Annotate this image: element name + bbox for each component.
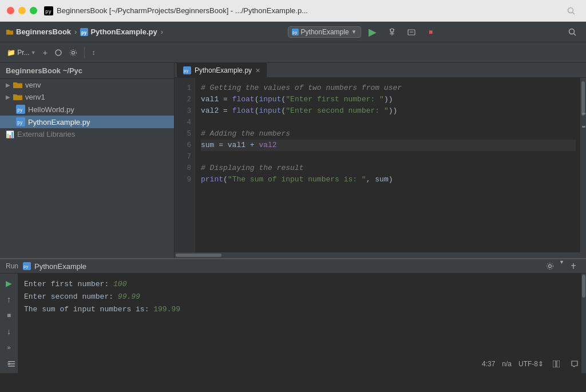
run-panel-header: Run py PythonExample ▼ <box>0 259 586 274</box>
stop-button[interactable]: ■ <box>423 24 439 40</box>
svg-rect-35 <box>553 361 556 367</box>
tab-python-icon: py <box>183 66 191 74</box>
folder-icon-venv1 <box>13 93 22 101</box>
svg-text:py: py <box>23 264 28 269</box>
console-result-3: The sum of input numbers is: <box>24 305 153 314</box>
svg-line-17 <box>574 33 576 35</box>
ext-libs-label: External Libraries <box>17 130 75 138</box>
close-button[interactable] <box>7 7 14 14</box>
run-button[interactable]: ▶ <box>365 24 381 40</box>
maximize-button[interactable] <box>30 7 37 14</box>
console-value-1: 100 <box>113 280 126 288</box>
console-stop-button[interactable]: ■ <box>3 309 15 322</box>
svg-text:py: py <box>184 69 188 73</box>
encoding-info[interactable]: UTF-8⇕ <box>518 360 544 368</box>
chart-icon: 📊 <box>6 130 14 138</box>
tab-bar: py PythonExample.py ✕ <box>175 63 586 78</box>
toolbar: 📁 Pr... ▼ + ↕ <box>0 42 586 63</box>
search-button[interactable] <box>563 3 579 19</box>
sidebar-item-pythonexample[interactable]: py PythonExample.py <box>0 116 174 128</box>
run-settings-btn[interactable] <box>543 259 557 273</box>
breadcrumb-sep1: › <box>74 27 77 36</box>
run-config-select[interactable]: py PythonExample ▼ <box>288 26 361 38</box>
console-value-2: 99.99 <box>118 292 140 301</box>
folder-icon <box>6 28 14 36</box>
editor-scrollbar[interactable] <box>580 78 586 252</box>
code-line-8: # Displaying the result <box>201 163 576 174</box>
editor-area: py PythonExample.py ✕ 1 2 3 4 5 6 7 8 9 … <box>175 63 586 258</box>
svg-point-16 <box>569 29 575 34</box>
svg-point-29 <box>547 263 553 270</box>
layout-btn[interactable]: ↕ <box>89 47 97 58</box>
console-expand-button[interactable]: » <box>3 341 15 354</box>
console-line-3: The sum of input numbers is: 199.99 <box>24 303 576 316</box>
run-pin-btn[interactable] <box>567 259 580 273</box>
add-btn[interactable]: + <box>41 46 50 58</box>
svg-rect-33 <box>8 363 15 365</box>
sidebar-header: BeginnersBook ~/Pyc <box>0 63 174 79</box>
arrow-icon: ▶ <box>6 82 10 88</box>
project-chevron: ▼ <box>31 50 36 56</box>
sync-icon <box>54 49 62 57</box>
sidebar-item-venv1[interactable]: ▶ venv1 <box>0 91 174 103</box>
sidebar-item-helloworld[interactable]: py HelloWorld.py <box>0 103 174 116</box>
run-config-area[interactable]: py PythonExample ▼ ▶ ■ <box>288 24 439 40</box>
column-select-button[interactable] <box>551 358 562 370</box>
code-editor[interactable]: 1 2 3 4 5 6 7 8 9 # Getting the values o… <box>175 78 586 252</box>
run-label: Run <box>6 262 18 270</box>
code-line-3: val2 = float(input("Enter second number:… <box>201 105 576 117</box>
settings-icon <box>546 262 554 270</box>
chat-icon <box>571 360 579 368</box>
chat-button[interactable] <box>569 358 580 370</box>
sync-btn[interactable] <box>52 47 65 58</box>
tab-pythonexample[interactable]: py PythonExample.py ✕ <box>177 63 267 77</box>
python-run-icon: py <box>292 29 299 35</box>
sidebar-item-venv[interactable]: ▶ venv <box>0 79 174 91</box>
titlebar-title: BeginnersBook [~/PycharmProjects/Beginne… <box>57 6 308 15</box>
sidebar-item-ext-libs[interactable]: 📊 External Libraries <box>0 128 174 140</box>
search-icon <box>567 7 575 15</box>
console-scrollbar-thumb[interactable] <box>582 275 585 298</box>
coverage-button[interactable] <box>403 24 419 40</box>
coverage-icon <box>407 27 416 37</box>
app-icon: py <box>44 6 53 15</box>
code-content[interactable]: # Getting the values of two numbers from… <box>195 78 580 252</box>
console-run-button[interactable]: ▶ <box>3 277 15 290</box>
menu-icon <box>8 361 15 367</box>
scroll-mark-2 <box>582 126 585 128</box>
sidebar-item-pythonexample-label: PythonExample.py <box>28 118 90 126</box>
window-controls[interactable] <box>7 7 37 14</box>
console-up-button[interactable]: ↑ <box>3 293 15 306</box>
project-label: 📁 Pr... <box>7 49 30 57</box>
statusbar-menu-button[interactable] <box>6 358 17 370</box>
run-panel: Run py PythonExample ▼ ▶ <box>0 258 586 355</box>
breadcrumb[interactable]: BeginnersBook › py PythonExample.py › <box>6 27 164 36</box>
global-search-button[interactable] <box>564 24 580 40</box>
global-search-icon <box>568 28 576 36</box>
titlebar-actions[interactable] <box>563 3 579 19</box>
minimize-button[interactable] <box>18 7 26 14</box>
console-scrollbar[interactable] <box>581 274 586 373</box>
debug-icon <box>387 27 397 37</box>
code-line-1: # Getting the values of two numbers from… <box>201 82 576 94</box>
run-header-actions[interactable]: ▼ <box>543 259 580 273</box>
editor-h-scrollbar[interactable] <box>175 252 586 258</box>
sidebar-item-venv1-label: venv1 <box>25 93 45 101</box>
project-btn[interactable]: 📁 Pr... ▼ <box>5 47 38 58</box>
breadcrumb-file[interactable]: PythonExample.py <box>90 27 157 36</box>
settings-btn[interactable] <box>67 47 80 58</box>
scrollbar-thumb[interactable] <box>581 81 585 116</box>
svg-text:py: py <box>45 9 52 14</box>
statusbar-right: 4:37 n/a UTF-8⇕ <box>482 358 580 370</box>
breadcrumb-project[interactable]: BeginnersBook <box>16 27 71 36</box>
code-line-9: print("The sum of input numbers is: ", s… <box>201 174 576 185</box>
breadcrumb-sep2: › <box>161 27 163 36</box>
sidebar-item-venv-label: venv <box>25 81 41 89</box>
sidebar: BeginnersBook ~/Pyc ▶ venv ▶ venv1 py He… <box>0 63 175 258</box>
tab-close-button[interactable]: ✕ <box>255 68 260 74</box>
console-down-button[interactable]: ↓ <box>3 325 15 338</box>
debug-button[interactable] <box>384 24 400 40</box>
h-scrollbar-thumb[interactable] <box>176 254 221 257</box>
gear-icon <box>69 49 77 57</box>
svg-text:py: py <box>17 120 23 125</box>
